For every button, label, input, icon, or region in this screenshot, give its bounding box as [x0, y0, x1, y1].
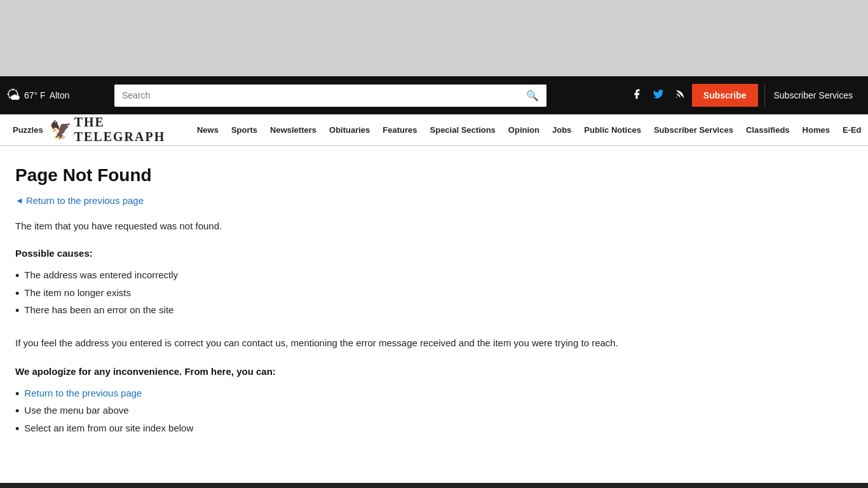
nav-item-homes[interactable]: Homes	[796, 125, 836, 135]
top-back-link[interactable]: ◄ Return to the previous page	[15, 195, 144, 206]
nav-item-public-notices[interactable]: Public Notices	[578, 125, 648, 135]
option-item-2: Use the menu bar above	[15, 403, 853, 421]
main-content: Page Not Found ◄ Return to the previous …	[0, 146, 868, 458]
top-back-link-label: Return to the previous page	[26, 195, 144, 206]
nav-item-obituaries[interactable]: Obituaries	[323, 125, 376, 135]
apology-label: We apologize for any inconvenience. From…	[15, 366, 853, 377]
site-logo[interactable]: 🦅 THE TELEGRAPH	[50, 115, 184, 144]
nav-item-features[interactable]: Features	[376, 125, 423, 135]
cause-item-1: The address was entered incorrectly	[15, 268, 853, 285]
nav-item-classifieds[interactable]: Classifieds	[740, 125, 796, 135]
svg-point-0	[676, 97, 677, 98]
subscriber-services-button[interactable]: Subscriber Services	[764, 84, 862, 107]
nav-bar: Puzzles 🦅 THE TELEGRAPH News Sports News…	[0, 114, 868, 146]
not-found-description: The item that you have requested was not…	[15, 219, 853, 234]
search-button[interactable]: 🔍	[519, 85, 546, 107]
nav-item-newsletters[interactable]: Newsletters	[264, 125, 323, 135]
search-input[interactable]	[114, 85, 519, 105]
nav-item-sports[interactable]: Sports	[225, 125, 264, 135]
option-item-3: Select an item from our site index below	[15, 421, 853, 438]
contact-note: If you feel the address you entered is c…	[15, 336, 853, 351]
twitter-icon[interactable]	[653, 88, 664, 103]
top-bar: 🌤 67° F Alton 🔍 Subscribe Subscriber Se	[0, 76, 868, 114]
nav-item-jobs[interactable]: Jobs	[546, 125, 578, 135]
logo-title: THE TELEGRAPH	[74, 115, 184, 144]
footer-strip	[0, 483, 868, 488]
nav-menu: News Sports Newsletters Obituaries Featu…	[191, 125, 862, 135]
search-icon: 🔍	[526, 90, 539, 101]
nav-item-subscriber-services[interactable]: Subscriber Services	[648, 125, 740, 135]
nav-item-news[interactable]: News	[191, 125, 225, 135]
nav-item-e-edition[interactable]: E-Edition	[836, 125, 862, 135]
facebook-icon[interactable]	[631, 88, 642, 103]
causes-list: The address was entered incorrectly The …	[15, 268, 853, 320]
logo-bird-icon: 🦅	[50, 119, 72, 140]
temperature: 67° F	[24, 90, 46, 100]
ad-banner	[0, 0, 868, 76]
options-list: Return to the previous page Use the menu…	[15, 386, 853, 438]
subscribe-button[interactable]: Subscribe	[692, 84, 758, 107]
option-back-link[interactable]: Return to the previous page	[24, 388, 142, 398]
page-title: Page Not Found	[15, 165, 853, 186]
city-name: Alton	[50, 90, 70, 100]
weather-icon: 🌤	[6, 87, 20, 104]
search-wrapper: 🔍	[114, 85, 546, 107]
nav-item-puzzles[interactable]: Puzzles	[6, 125, 50, 135]
nav-item-opinion[interactable]: Opinion	[502, 125, 546, 135]
possible-causes-label: Possible causes:	[15, 248, 853, 259]
nav-item-special-sections[interactable]: Special Sections	[424, 125, 502, 135]
cause-item-2: The item no longer exists	[15, 285, 853, 303]
option-item-1: Return to the previous page	[15, 386, 853, 403]
cause-item-3: There has been an error on the site	[15, 302, 853, 320]
back-arrow-icon: ◄	[15, 196, 24, 205]
weather-widget: 🌤 67° F Alton	[6, 87, 102, 104]
rss-icon[interactable]	[674, 88, 686, 103]
social-icons	[631, 88, 686, 103]
